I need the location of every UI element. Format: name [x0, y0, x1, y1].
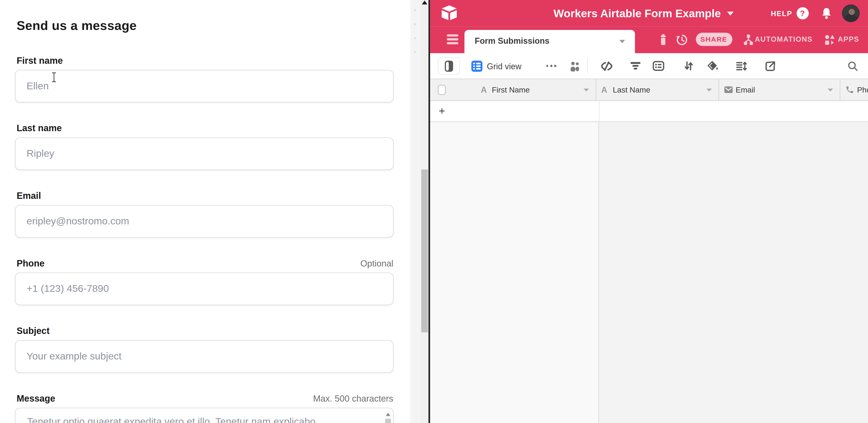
- grid-body-primary-column: [430, 122, 599, 423]
- field-label: Last name: [17, 123, 62, 133]
- first-name-input[interactable]: [15, 70, 393, 102]
- textarea-scrollbar[interactable]: [384, 410, 392, 423]
- column-label: Email: [736, 85, 755, 94]
- history-icon[interactable]: [676, 34, 688, 46]
- field-label: Message: [17, 393, 55, 404]
- field-email: Email: [15, 190, 393, 257]
- tab-form-submissions[interactable]: Form Submissions: [464, 30, 634, 53]
- column-label: Last Name: [613, 85, 650, 94]
- toolbar-divider: [587, 58, 588, 73]
- user-avatar[interactable]: [842, 4, 860, 22]
- column-label: First Name: [492, 85, 530, 94]
- field-phone: Phone Optional: [15, 258, 393, 325]
- phone-input[interactable]: [15, 272, 393, 305]
- notifications-bell-icon[interactable]: [820, 7, 832, 20]
- message-textarea[interactable]: Tenetur optio quaerat expedita vero et i…: [15, 407, 393, 423]
- field-first-name: First name: [15, 56, 393, 122]
- text-cursor: [51, 72, 57, 83]
- view-name: Grid view: [487, 61, 521, 71]
- scrollbar-thumb[interactable]: [385, 419, 391, 423]
- screen: Send us a message First name Last name E…: [0, 0, 868, 423]
- airtable-logo-icon[interactable]: [440, 5, 458, 22]
- add-record-plus-icon[interactable]: +: [439, 105, 445, 117]
- page-scrollbar[interactable]: [421, 0, 428, 423]
- column-header-email[interactable]: Email: [719, 79, 840, 100]
- share-button[interactable]: SHARE: [695, 33, 732, 46]
- column-header-last-name[interactable]: ALast Name: [596, 79, 719, 100]
- column-divider: [599, 101, 599, 121]
- single-line-text-field-icon: A: [481, 85, 487, 94]
- group-icon[interactable]: [652, 53, 664, 79]
- column-header-phone[interactable]: Phone: [840, 79, 868, 100]
- subject-input[interactable]: [15, 340, 393, 373]
- field-label: First name: [17, 56, 63, 66]
- select-all-checkbox[interactable]: [438, 85, 445, 95]
- column-label: Phone: [857, 85, 868, 94]
- trash-icon[interactable]: [658, 34, 668, 46]
- grid-body: [430, 122, 868, 423]
- apps-icon[interactable]: [824, 33, 835, 47]
- view-sidebar-toggle-button[interactable]: [438, 57, 460, 75]
- table-tab-label: Form Submissions: [475, 36, 550, 45]
- grid-body-background: [599, 122, 868, 423]
- field-label: Phone: [17, 258, 44, 269]
- filter-icon[interactable]: [630, 53, 641, 79]
- share-view-icon[interactable]: [765, 53, 775, 79]
- view-toolbar: Grid view: [430, 53, 868, 79]
- scroll-up-arrow-icon[interactable]: [385, 413, 390, 416]
- chevron-down-icon: [727, 11, 734, 15]
- field-label: Email: [17, 190, 41, 201]
- last-name-input[interactable]: [15, 138, 393, 170]
- row-height-icon[interactable]: [736, 53, 747, 79]
- apps-button[interactable]: APPS: [838, 35, 859, 43]
- chevron-down-icon[interactable]: [706, 88, 712, 91]
- airtable-window: Workers Airtable Form Example HELP ? For…: [430, 0, 868, 423]
- page-gutter: [410, 0, 421, 423]
- hide-fields-icon[interactable]: [600, 53, 613, 79]
- email-field-icon: [724, 86, 733, 93]
- table-tab-bar: Form Submissions SHARE: [430, 27, 868, 53]
- gutter-dot: [414, 37, 416, 39]
- chevron-down-icon[interactable]: [828, 88, 833, 91]
- view-name-button[interactable]: Grid view: [487, 53, 521, 79]
- help-button[interactable]: HELP: [771, 9, 792, 18]
- search-icon[interactable]: [847, 53, 858, 79]
- collaborators-icon[interactable]: [568, 53, 581, 79]
- add-record-row[interactable]: +: [430, 101, 868, 122]
- chevron-down-icon[interactable]: [584, 88, 589, 91]
- chevron-down-icon[interactable]: [619, 39, 625, 43]
- base-title-menu[interactable]: Workers Airtable Form Example: [554, 0, 734, 27]
- field-message: Message Max. 500 characters Tenetur opti…: [15, 393, 393, 423]
- automations-icon[interactable]: [743, 33, 754, 47]
- automations-button[interactable]: AUTOMATIONS: [755, 35, 813, 43]
- field-subject: Subject: [15, 326, 393, 392]
- column-header-first-name[interactable]: AFirst Name: [430, 79, 596, 100]
- field-label: Subject: [17, 326, 50, 336]
- single-line-text-field-icon: A: [601, 85, 607, 94]
- grid-header-row: AFirst NameALast NameEmailPhone: [430, 79, 868, 101]
- airtable-topbar: Workers Airtable Form Example HELP ?: [430, 0, 868, 27]
- gutter-dot: [414, 23, 416, 26]
- contact-form-panel: Send us a message First name Last name E…: [0, 0, 410, 423]
- email-input[interactable]: [15, 205, 393, 238]
- message-placeholder: Tenetur optio quaerat expedita vero et i…: [27, 416, 376, 423]
- help-question-icon[interactable]: ?: [796, 7, 808, 19]
- grid-view-icon[interactable]: [471, 53, 483, 79]
- scrollbar-thumb[interactable]: [421, 170, 428, 333]
- phone-field-icon: [845, 85, 855, 94]
- field-last-name: Last name: [15, 123, 393, 189]
- more-options-icon[interactable]: [546, 65, 556, 67]
- gutter-dot: [414, 9, 416, 11]
- scroll-up-arrow-icon[interactable]: [422, 0, 427, 4]
- field-hint: Max. 500 characters: [313, 394, 393, 404]
- window-edge-divider: [428, 0, 430, 423]
- field-hint: Optional: [361, 259, 393, 269]
- sidebar-icon: [444, 60, 453, 72]
- base-title[interactable]: Workers Airtable Form Example: [554, 7, 721, 20]
- form-title: Send us a message: [17, 18, 136, 33]
- color-icon[interactable]: [707, 53, 719, 79]
- gutter-dot: [414, 51, 416, 53]
- sort-icon[interactable]: [683, 53, 693, 79]
- menu-icon[interactable]: [446, 34, 458, 46]
